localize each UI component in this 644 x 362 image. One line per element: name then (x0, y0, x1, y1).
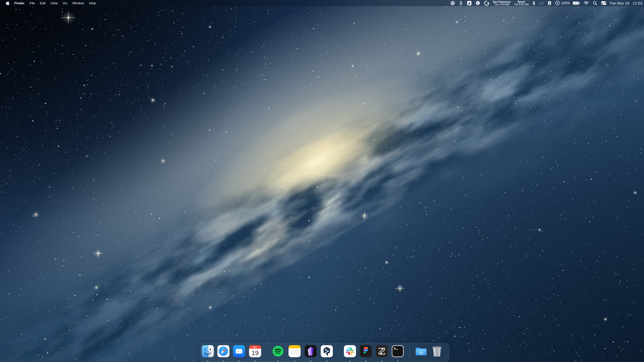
svg-text:19: 19 (252, 349, 259, 357)
svg-text:NOV: NOV (253, 346, 257, 348)
